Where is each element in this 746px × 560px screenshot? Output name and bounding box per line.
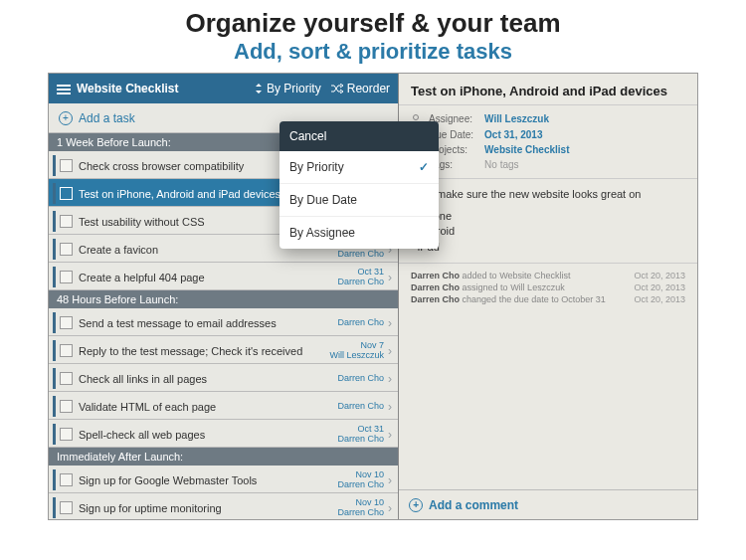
task-row[interactable]: Sign up for Google Webmaster ToolsNov 10… xyxy=(49,466,398,493)
task-row[interactable]: Create a helpful 404 pageOct 31Darren Ch… xyxy=(49,263,398,290)
plus-icon: + xyxy=(409,498,423,512)
task-row[interactable]: Spell-check all web pagesOct 31Darren Ch… xyxy=(49,420,398,448)
priority-bar xyxy=(53,267,56,287)
assignee-value[interactable]: Will Leszczuk xyxy=(484,113,549,124)
chevron-right-icon: › xyxy=(388,271,392,284)
task-meta: Darren Cho xyxy=(338,402,385,412)
detail-body: Let's make sure the new website looks gr… xyxy=(399,179,697,264)
dropdown-cancel[interactable]: Cancel xyxy=(280,121,439,151)
task-meta: Oct 31Darren Cho xyxy=(338,425,385,445)
task-row[interactable]: Check all links in all pagesDarren Cho› xyxy=(49,364,398,392)
priority-bar xyxy=(53,469,56,490)
detail-title: Test on iPhone, Android and iPad devices xyxy=(411,84,685,98)
task-row[interactable]: Validate HTML of each pageDarren Cho› xyxy=(49,392,398,420)
task-text: Sign up for Google Webmaster Tools xyxy=(79,474,338,486)
plus-icon: + xyxy=(59,111,73,125)
chevron-right-icon: › xyxy=(388,372,392,386)
task-meta: Nov 7Will Leszczuk xyxy=(330,341,385,361)
activity-row: Darren Cho changed the due date to Octob… xyxy=(411,293,685,305)
chevron-right-icon: › xyxy=(388,344,392,358)
task-text: Validate HTML of each page xyxy=(79,401,338,413)
list-header: Website Checklist By Priority Reorder xyxy=(49,74,398,103)
task-checkbox[interactable] xyxy=(60,316,73,329)
activity-row: Darren Cho added to Website ChecklistOct… xyxy=(411,270,685,281)
sort-icon xyxy=(255,84,263,93)
task-text: Check all links in all pages xyxy=(79,373,338,385)
priority-bar xyxy=(53,239,56,260)
task-checkbox[interactable] xyxy=(60,428,73,441)
task-text: Spell-check all web pages xyxy=(79,429,338,441)
sort-button[interactable]: By Priority xyxy=(255,82,321,95)
reorder-button[interactable]: Reorder xyxy=(331,82,390,95)
task-checkbox[interactable] xyxy=(60,215,73,228)
task-checkbox[interactable] xyxy=(60,344,73,357)
projects-value[interactable]: Website Checklist xyxy=(484,144,569,155)
task-checkbox[interactable] xyxy=(60,501,73,514)
chevron-right-icon: › xyxy=(388,428,392,442)
detail-meta: Assignee: Will Leszczuk Due Date: Oct 31… xyxy=(399,105,697,179)
activity-row: Darren Cho assigned to Will LeszczukOct … xyxy=(411,281,685,293)
check-icon: ✓ xyxy=(419,160,429,174)
section-header: 48 Hours Before Launch: xyxy=(49,290,398,308)
task-text: Sign up for uptime monitoring xyxy=(79,502,338,514)
task-meta: Darren Cho xyxy=(338,374,385,384)
task-meta: Nov 10Darren Cho xyxy=(338,470,385,490)
chevron-right-icon: › xyxy=(388,473,392,487)
sort-dropdown: Cancel By Priority✓By Due DateBy Assigne… xyxy=(280,121,439,249)
dropdown-item[interactable]: By Due Date xyxy=(280,184,439,217)
section-header: Immediately After Launch: xyxy=(49,448,398,466)
app-frame: Website Checklist By Priority Reorder + … xyxy=(48,73,698,520)
task-text: Create a helpful 404 page xyxy=(79,272,338,283)
add-comment-button[interactable]: + Add a comment xyxy=(399,489,697,519)
task-row[interactable]: Send a test message to email addressesDa… xyxy=(49,308,398,336)
duedate-value[interactable]: Oct 31, 2013 xyxy=(484,129,542,140)
svg-point-0 xyxy=(414,115,419,120)
priority-bar xyxy=(53,312,56,333)
task-checkbox[interactable] xyxy=(60,473,73,486)
task-checkbox[interactable] xyxy=(60,271,73,283)
priority-bar xyxy=(53,396,56,417)
right-pane: Test on iPhone, Android and iPad devices… xyxy=(399,74,697,519)
shuffle-icon xyxy=(331,84,343,93)
priority-bar xyxy=(53,155,56,176)
activity-log: Darren Cho added to Website ChecklistOct… xyxy=(399,264,697,489)
promo-title: Organize yourself & your team xyxy=(0,8,746,39)
detail-header: Test on iPhone, Android and iPad devices xyxy=(399,74,697,105)
priority-bar xyxy=(53,340,56,361)
task-text: Send a test message to email addresses xyxy=(79,317,338,329)
task-checkbox[interactable] xyxy=(60,400,73,413)
task-checkbox[interactable] xyxy=(60,372,73,385)
task-meta: Nov 10Darren Cho xyxy=(338,498,385,518)
task-row[interactable]: Reply to the test message; Check it's re… xyxy=(49,336,398,364)
promo-subtitle: Add, sort & prioritize tasks xyxy=(0,39,746,65)
priority-bar xyxy=(53,368,56,389)
task-meta: Oct 31Darren Cho xyxy=(338,268,385,287)
task-checkbox[interactable] xyxy=(60,243,73,256)
priority-bar xyxy=(53,497,56,518)
priority-bar xyxy=(53,211,56,232)
task-meta: Darren Cho xyxy=(338,318,385,328)
list-title: Website Checklist xyxy=(77,82,255,95)
task-row[interactable]: Sign up for uptime monitoringNov 10Darre… xyxy=(49,493,398,519)
tags-value[interactable]: No tags xyxy=(484,159,518,170)
chevron-right-icon: › xyxy=(388,501,392,515)
dropdown-item[interactable]: By Priority✓ xyxy=(280,151,439,184)
task-text: Reply to the test message; Check it's re… xyxy=(79,345,330,357)
priority-bar xyxy=(53,183,56,204)
task-checkbox[interactable] xyxy=(60,159,73,172)
priority-bar xyxy=(53,424,56,445)
task-checkbox[interactable] xyxy=(60,187,73,200)
dropdown-item[interactable]: By Assignee xyxy=(280,217,439,249)
chevron-right-icon: › xyxy=(388,400,392,414)
menu-icon[interactable] xyxy=(57,82,71,95)
chevron-right-icon: › xyxy=(388,316,392,330)
